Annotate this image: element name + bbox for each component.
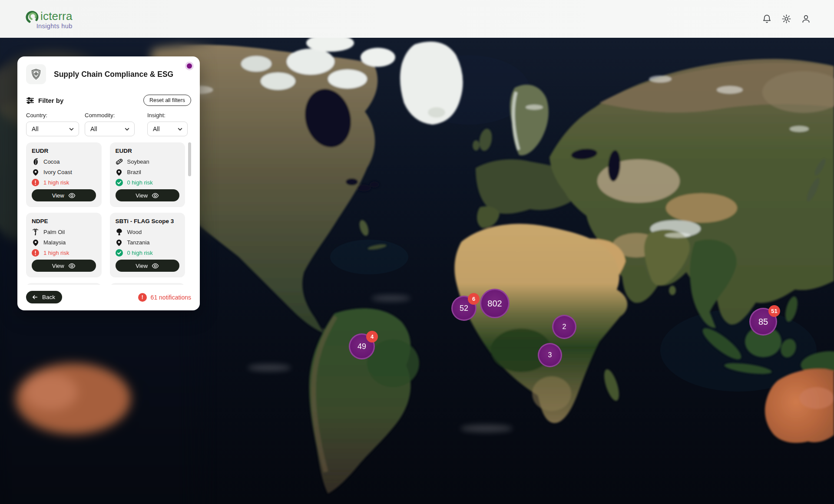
map-cluster-marker[interactable]: 2 xyxy=(552,315,576,339)
location-pin-icon xyxy=(32,239,39,246)
alert-circle-icon xyxy=(32,179,39,186)
risk-status: 0 high risk xyxy=(127,179,153,186)
cluster-count: 3 xyxy=(548,351,552,359)
chevron-down-icon xyxy=(69,126,74,132)
view-button[interactable]: View xyxy=(32,189,96,201)
insight-card: NDPE Palm Oil Malaysia 1 high risk View xyxy=(26,213,102,277)
country-filter-label: Country: xyxy=(26,112,79,119)
supply-chain-compliance-panel: Supply Chain Compliance & ESG Filter by … xyxy=(17,56,200,310)
view-button[interactable]: View xyxy=(116,189,180,201)
picterra-logo[interactable]: icterra Insights hub xyxy=(24,8,73,30)
map-cluster-marker[interactable]: 3 xyxy=(538,343,562,367)
alert-circle-icon: ! xyxy=(138,293,147,302)
insight-card: EUDR Cocoa Ivory Coast 1 high risk View xyxy=(26,142,102,207)
world-satellite-map[interactable]: 49 4 52 6 802 2 3 85 51 Supply Chain Com… xyxy=(0,38,834,504)
filter-sliders-icon xyxy=(26,96,34,105)
country-name: Tanzania xyxy=(127,239,150,246)
commodity-filter-label: Commodity: xyxy=(85,112,135,119)
insight-card: SBTi - FLAG Scope 3 ARR Ghana xyxy=(110,283,185,285)
tree-icon xyxy=(116,228,123,236)
commodity-name: Palm Oil xyxy=(43,229,65,235)
cluster-count: 49 xyxy=(357,342,366,351)
cluster-count: 802 xyxy=(487,299,502,309)
insight-card: SBTi - FLAG Scope 3 Wood Tanzania 0 high… xyxy=(110,213,185,277)
eye-icon xyxy=(68,192,76,199)
alert-circle-icon xyxy=(32,249,39,257)
bell-notifications-icon[interactable] xyxy=(761,13,772,25)
cluster-alert-badge: 51 xyxy=(768,305,780,317)
panel-header: Supply Chain Compliance & ESG xyxy=(26,64,191,84)
map-cluster-marker[interactable]: 49 4 xyxy=(349,333,375,359)
soybean-icon xyxy=(116,158,123,165)
map-cluster-marker[interactable]: 85 51 xyxy=(749,308,777,336)
commodity-name: Cocoa xyxy=(43,158,60,165)
location-pin-icon xyxy=(116,168,123,176)
risk-status: 1 high risk xyxy=(43,179,69,186)
program-name: NDPE xyxy=(32,218,96,224)
status-dot xyxy=(187,63,192,69)
insight-card: SBTi - FLAG Scope 3 Wood Zambia xyxy=(26,283,102,285)
map-cluster-marker[interactable]: 802 xyxy=(480,289,510,318)
brand-name: icterra xyxy=(40,10,73,23)
palm-tree-icon xyxy=(32,228,39,236)
cluster-count: 52 xyxy=(460,304,468,313)
cluster-alert-badge: 6 xyxy=(468,293,480,305)
country-name: Ivory Coast xyxy=(43,169,72,175)
notifications-summary[interactable]: ! 61 notifications xyxy=(138,293,191,302)
chevron-down-icon xyxy=(177,126,183,132)
eye-icon xyxy=(152,192,159,199)
back-button[interactable]: Back xyxy=(26,291,62,303)
page-title: Supply Chain Compliance & ESG xyxy=(54,70,173,79)
brand-subtitle: Insights hub xyxy=(36,23,73,30)
view-button[interactable]: View xyxy=(116,260,180,272)
country-filter-select[interactable]: All xyxy=(26,122,79,136)
commodity-name: Wood xyxy=(127,229,142,235)
reset-all-filters-button[interactable]: Reset all filters xyxy=(143,95,191,106)
list-scrollbar[interactable] xyxy=(188,142,191,176)
cluster-count: 2 xyxy=(563,323,566,331)
commodity-name: Soybean xyxy=(127,158,149,165)
cocoa-pod-icon xyxy=(32,158,39,165)
chevron-down-icon xyxy=(124,126,130,132)
program-name: EUDR xyxy=(116,148,180,154)
filter-by-label: Filter by xyxy=(26,96,63,105)
check-circle-icon xyxy=(116,249,123,257)
check-circle-icon xyxy=(116,179,123,186)
location-pin-icon xyxy=(116,239,123,246)
commodity-filter-select[interactable]: All xyxy=(85,122,135,136)
top-navigation-bar: icterra Insights hub xyxy=(0,0,834,38)
country-name: Brazil xyxy=(127,169,142,175)
insight-card: EUDR Soybean Brazil 0 high risk View xyxy=(110,142,185,207)
arrow-left-icon xyxy=(32,294,38,300)
risk-status: 0 high risk xyxy=(127,250,153,256)
insight-filter-label: Insight: xyxy=(147,112,188,119)
shield-icon xyxy=(26,64,46,84)
eye-icon xyxy=(152,262,159,270)
risk-status: 1 high risk xyxy=(43,250,69,256)
user-profile-icon[interactable] xyxy=(800,13,811,25)
country-name: Malaysia xyxy=(43,239,66,246)
picterra-logo-mark-icon xyxy=(24,8,40,24)
eye-icon xyxy=(68,262,76,270)
insight-card-list[interactable]: EUDR Cocoa Ivory Coast 1 high risk View xyxy=(26,142,191,285)
notifications-count: 61 notifications xyxy=(151,294,191,301)
program-name: EUDR xyxy=(32,148,96,154)
program-name: SBTi - FLAG Scope 3 xyxy=(116,218,180,224)
view-button[interactable]: View xyxy=(32,260,96,272)
location-pin-icon xyxy=(32,168,39,176)
map-cluster-marker[interactable]: 52 6 xyxy=(451,296,477,321)
cluster-alert-badge: 4 xyxy=(366,331,378,343)
insight-filter-select[interactable]: All xyxy=(147,122,188,136)
cluster-count: 85 xyxy=(758,317,768,327)
gear-settings-icon[interactable] xyxy=(781,13,792,25)
